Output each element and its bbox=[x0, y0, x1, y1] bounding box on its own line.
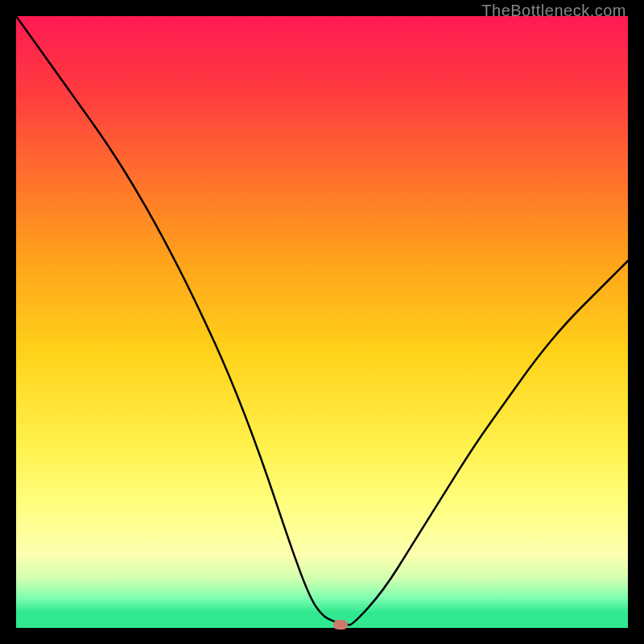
optimum-marker bbox=[333, 620, 348, 630]
bottleneck-curve-path bbox=[16, 16, 628, 625]
chart-container: TheBottleneck.com bbox=[0, 0, 644, 644]
curve-svg bbox=[16, 16, 628, 628]
